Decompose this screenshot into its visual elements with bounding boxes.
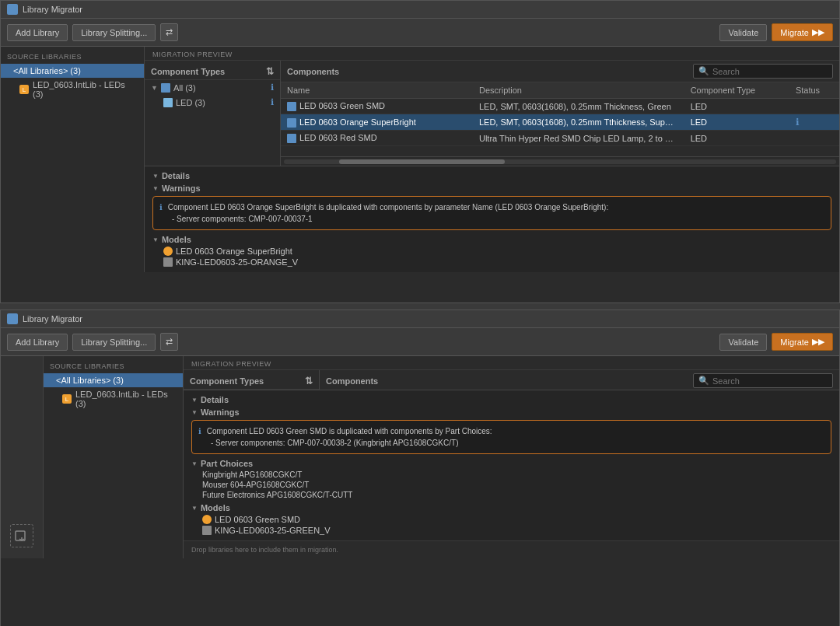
scrollbar-thumb-1 xyxy=(339,159,505,164)
validate-button-2[interactable]: Validate xyxy=(719,334,767,351)
sidebar-all-libraries[interactable]: <All Libraries> (3) xyxy=(1,64,144,78)
model-item-3: LED 0603 Green SMD xyxy=(191,514,831,525)
lib-icon-2: L xyxy=(62,394,72,404)
cell-comptype: LED xyxy=(684,131,789,146)
migration-preview-label-2: MIGRATION PREVIEW xyxy=(184,356,839,370)
warning-icon-2: ℹ xyxy=(198,427,201,435)
search-input-1[interactable] xyxy=(712,67,828,76)
model-item-4: KING-LED0603-25-GREEN_V xyxy=(191,525,831,536)
cell-name: LED 0603 Orange SuperBright xyxy=(281,114,473,131)
migrate-button[interactable]: Migrate ▶▶ xyxy=(772,23,833,41)
sidebar-all-libraries-2[interactable]: <All Libraries> (3) xyxy=(44,373,183,387)
part-choices-section: ▼ Part Choices Kingbright APG1608CGKC/T … xyxy=(191,459,831,500)
model-fp-icon-2 xyxy=(202,526,212,535)
components-header-label-1: Components xyxy=(287,67,339,76)
components-table-1: Name Description Component Type Status L… xyxy=(281,82,839,146)
scrollbar-1 xyxy=(281,156,839,166)
th-comptype-1: Component Type xyxy=(684,82,789,99)
cell-desc: Ultra Thin Hyper Red SMD Chip LED Lamp, … xyxy=(473,131,684,146)
table-row[interactable]: LED 0603 Green SMD LED, SMT, 0603(1608),… xyxy=(281,99,839,114)
component-types-panel-1: Component Types ⇅ ▼ All (3) ℹ LED (3) ℹ xyxy=(145,61,281,166)
panel-2-title: Library Migrator xyxy=(23,314,82,323)
app-icon xyxy=(7,4,18,15)
migrate-button-2[interactable]: Migrate ▶▶ xyxy=(772,333,833,351)
details-triangle-1: ▼ xyxy=(152,173,159,180)
migration-preview-label: MIGRATION PREVIEW xyxy=(145,47,839,61)
part-choice-item-2: Mouser 604-APG1608CGKC/T xyxy=(191,480,831,490)
panel-1-titlebar: Library Migrator xyxy=(1,1,839,19)
part-choice-item-1: Kingbright APG1608CGKC/T xyxy=(191,470,831,480)
ct-header-2: Component Types ⇅ xyxy=(184,373,319,390)
model-item-1: LED 0603 Orange SuperBright xyxy=(152,246,831,257)
ct-all-item-1[interactable]: ▼ All (3) ℹ xyxy=(145,80,280,95)
source-libraries-label: SOURCE LIBRARIES xyxy=(1,51,144,64)
table-row[interactable]: LED 0603 Orange SuperBright LED, SMT, 06… xyxy=(281,114,839,131)
sidebar-drop-area xyxy=(1,356,44,558)
lib-icon: L xyxy=(19,85,29,94)
panel-2-body: SOURCE LIBRARIES <All Libraries> (3) L L… xyxy=(1,356,839,558)
ct-all-info-icon[interactable]: ℹ xyxy=(271,82,274,93)
table-row[interactable]: LED 0603 Red SMD Ultra Thin Hyper Red SM… xyxy=(281,131,839,146)
transfer-icon-button[interactable]: ⇄ xyxy=(160,23,178,41)
cell-status xyxy=(789,131,839,146)
details-panel-2: ▼ Details ▼ Warnings ℹ Component LED 060… xyxy=(184,390,839,540)
cell-status xyxy=(789,99,839,114)
panel-1-main: MIGRATION PREVIEW Component Types ⇅ ▼ Al… xyxy=(145,47,839,272)
app-icon-2 xyxy=(7,313,18,324)
sidebar-led-lib[interactable]: L LED_0603.IntLib - LEDs (3) xyxy=(1,78,144,101)
cell-desc: LED, SMT, 0603(1608), 0.25mm Thickness, … xyxy=(473,99,684,114)
models-label-1: ▼ Models xyxy=(152,235,831,244)
add-library-button-2[interactable]: Add Library xyxy=(7,334,68,351)
warnings-triangle-2: ▼ xyxy=(191,409,198,416)
models-label-2: ▼ Models xyxy=(191,503,831,512)
row-info-icon[interactable]: ℹ xyxy=(796,117,800,128)
panel-1-title: Library Migrator xyxy=(23,5,82,14)
ct-all-icon xyxy=(161,83,170,93)
library-splitting-button[interactable]: Library Splitting... xyxy=(72,24,156,41)
cell-comptype: LED xyxy=(684,99,789,114)
components-area-2: Components 🔍 Name Description xyxy=(320,370,839,390)
warnings-header-1: ▼ Warnings xyxy=(152,184,831,193)
search-box-1: 🔍 xyxy=(693,64,833,79)
details-header-1: ▼ Details xyxy=(152,171,831,180)
transfer-icon-button-2[interactable]: ⇄ xyxy=(160,333,178,351)
all-libraries-label-2: <All Libraries> (3) xyxy=(56,376,124,385)
panel-2-main: MIGRATION PREVIEW Component Types ⇅ ▼ Al… xyxy=(184,356,839,558)
add-library-button[interactable]: Add Library xyxy=(7,24,68,41)
cell-name: LED 0603 Red SMD xyxy=(281,131,473,146)
row-icon xyxy=(287,118,296,128)
validate-button[interactable]: Validate xyxy=(719,24,767,41)
panel-1-body: SOURCE LIBRARIES <All Libraries> (3) L L… xyxy=(1,47,839,272)
library-splitting-button-2[interactable]: Library Splitting... xyxy=(72,334,156,351)
model-fp-icon-1 xyxy=(163,257,173,267)
ct-led-info-icon[interactable]: ℹ xyxy=(271,97,274,107)
panel-2-sidebar: SOURCE LIBRARIES <All Libraries> (3) L L… xyxy=(44,356,184,558)
part-choice-item-3: Future Electronics APG1608CGKC/T-CUTT xyxy=(191,490,831,500)
migration-body-1: Component Types ⇅ ▼ All (3) ℹ LED (3) ℹ xyxy=(145,61,839,166)
search-input-2[interactable] xyxy=(712,376,828,386)
th-name-1: Name xyxy=(281,82,473,99)
models-triangle-1: ▼ xyxy=(152,236,159,243)
row-icon xyxy=(287,102,296,111)
details-header-2: ▼ Details xyxy=(191,395,831,404)
ct-sort-icon[interactable]: ⇅ xyxy=(266,66,274,77)
warnings-triangle-1: ▼ xyxy=(152,185,159,192)
warning-box-2: ℹ Component LED 0603 Green SMD is duplic… xyxy=(191,420,831,454)
led-lib-label-2: LED_0603.IntLib - LEDs (3) xyxy=(75,390,177,408)
model-3d-icon-2 xyxy=(202,515,212,524)
ct-sort-icon-2[interactable]: ⇅ xyxy=(305,376,313,386)
search-icon-2: 🔍 xyxy=(698,376,709,386)
scrollbar-track-1[interactable] xyxy=(284,159,836,164)
cell-name: LED 0603 Green SMD xyxy=(281,99,473,114)
sidebar-led-lib-2[interactable]: L LED_0603.IntLib - LEDs (3) xyxy=(44,387,183,411)
components-toolbar-2: Components 🔍 xyxy=(320,370,839,390)
panel-2: Library Migrator Add Library Library Spl… xyxy=(0,310,840,626)
ct-led-item-1[interactable]: LED (3) ℹ xyxy=(145,95,280,110)
model-item-2: KING-LED0603-25-ORANGE_V xyxy=(152,257,831,268)
th-desc-1: Description xyxy=(473,82,684,99)
cell-status: ℹ xyxy=(789,114,839,131)
panel-2-toolbar: Add Library Library Splitting... ⇄ Valid… xyxy=(1,328,839,356)
ct-header-1: Component Types ⇅ xyxy=(145,64,280,80)
drop-text-area: Drop libraries here to include them in m… xyxy=(184,540,839,558)
details-panel-1: ▼ Details ▼ Warnings ℹ Component LED 060… xyxy=(145,166,839,272)
